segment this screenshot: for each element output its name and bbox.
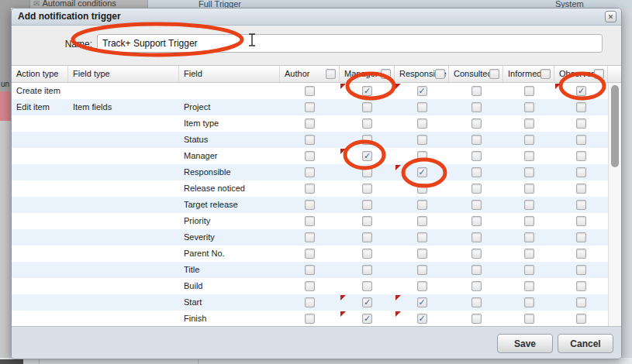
checkbox-project-consulted[interactable] xyxy=(471,102,482,112)
checkbox-responsible-informed[interactable] xyxy=(524,167,534,177)
checkbox-project-informed[interactable] xyxy=(524,102,534,112)
checkbox-finish-informed[interactable] xyxy=(524,314,534,324)
column-header-action-type[interactable]: Action type xyxy=(12,66,68,82)
column-header-consulted[interactable]: Consulted xyxy=(449,66,503,82)
checkbox-priority-manager[interactable] xyxy=(362,216,372,226)
checkbox-parent-no-informed[interactable] xyxy=(524,249,534,259)
checkbox-finish-consulted[interactable] xyxy=(471,314,482,324)
header-checkbox-consulted[interactable] xyxy=(489,69,499,79)
checkbox-title-author[interactable] xyxy=(305,265,315,275)
checkbox-manager-manager[interactable]: ✓ xyxy=(362,151,372,161)
column-header-manager[interactable]: Manager xyxy=(340,66,395,82)
checkbox-title-consulted[interactable] xyxy=(471,265,482,275)
checkbox-responsible-responsible[interactable]: ✓ xyxy=(417,167,427,177)
checkbox-manager-informed[interactable] xyxy=(524,151,534,161)
checkbox-title-manager[interactable] xyxy=(362,265,372,275)
checkbox-status-manager[interactable] xyxy=(362,135,372,145)
checkbox-status-informed[interactable] xyxy=(524,135,534,145)
checkbox-build-responsible[interactable] xyxy=(417,281,427,291)
checkbox-release-noticed-author[interactable] xyxy=(305,184,315,194)
checkbox-responsible-consulted[interactable] xyxy=(471,167,482,177)
checkbox-severity-author[interactable] xyxy=(305,232,315,242)
checkbox-release-noticed-observer[interactable] xyxy=(576,184,586,194)
checkbox-status-author[interactable] xyxy=(305,135,315,145)
checkbox-target-release-observer[interactable] xyxy=(576,200,586,210)
header-checkbox-responsible[interactable] xyxy=(435,69,445,79)
checkbox-title-responsible[interactable] xyxy=(417,265,427,275)
checkbox-create-item-informed[interactable] xyxy=(524,86,534,96)
save-button[interactable]: Save xyxy=(497,334,553,353)
checkbox-status-observer[interactable] xyxy=(576,135,586,145)
checkbox-title-observer[interactable] xyxy=(576,265,586,275)
checkbox-item-type-informed[interactable] xyxy=(524,118,534,129)
checkbox-status-responsible[interactable] xyxy=(417,135,427,145)
checkbox-item-type-manager[interactable] xyxy=(362,118,372,129)
column-header-field-type[interactable]: Field type xyxy=(68,66,179,82)
checkbox-build-informed[interactable] xyxy=(524,281,534,291)
checkbox-parent-no-manager[interactable] xyxy=(362,249,372,259)
checkbox-project-responsible[interactable] xyxy=(417,102,427,112)
checkbox-item-type-observer[interactable] xyxy=(576,118,586,129)
checkbox-parent-no-consulted[interactable] xyxy=(471,249,482,259)
header-checkbox-informed[interactable] xyxy=(540,69,551,79)
checkbox-project-manager[interactable] xyxy=(362,102,372,112)
checkbox-priority-observer[interactable] xyxy=(576,216,586,226)
checkbox-start-observer[interactable] xyxy=(576,297,586,307)
checkbox-finish-author[interactable] xyxy=(305,314,315,324)
checkbox-finish-observer[interactable] xyxy=(576,314,586,324)
checkbox-target-release-responsible[interactable] xyxy=(417,200,427,210)
cancel-button[interactable]: Cancel xyxy=(558,334,613,353)
checkbox-item-type-author[interactable] xyxy=(305,118,315,129)
checkbox-create-item-consulted[interactable] xyxy=(471,86,482,96)
checkbox-target-release-author[interactable] xyxy=(305,200,315,210)
tab-automail-conditions[interactable]: ✉Automail conditions xyxy=(29,0,147,8)
checkbox-create-item-author[interactable] xyxy=(305,86,315,96)
vertical-scrollbar[interactable] xyxy=(608,83,621,326)
checkbox-release-noticed-responsible[interactable] xyxy=(417,184,427,194)
name-input[interactable] xyxy=(97,34,603,53)
checkbox-start-informed[interactable] xyxy=(524,297,534,307)
dialog-titlebar[interactable]: Add notification trigger ✕ xyxy=(12,9,621,26)
checkbox-severity-informed[interactable] xyxy=(524,232,534,242)
checkbox-responsible-author[interactable] xyxy=(305,167,315,177)
checkbox-responsible-observer[interactable] xyxy=(576,167,586,177)
checkbox-target-release-consulted[interactable] xyxy=(471,200,482,210)
checkbox-priority-author[interactable] xyxy=(305,216,315,226)
checkbox-status-consulted[interactable] xyxy=(471,135,482,145)
checkbox-finish-manager[interactable]: ✓ xyxy=(362,314,372,324)
column-header-author[interactable]: Author xyxy=(280,66,340,82)
checkbox-create-item-manager[interactable]: ✓ xyxy=(362,86,372,96)
column-header-observer[interactable]: Observer xyxy=(554,66,608,82)
checkbox-priority-responsible[interactable] xyxy=(417,216,427,226)
checkbox-start-manager[interactable]: ✓ xyxy=(362,297,372,307)
checkbox-build-author[interactable] xyxy=(305,281,315,291)
checkbox-severity-consulted[interactable] xyxy=(471,232,482,242)
checkbox-responsible-manager[interactable] xyxy=(362,167,372,177)
checkbox-finish-responsible[interactable]: ✓ xyxy=(417,314,427,324)
checkbox-item-type-responsible[interactable] xyxy=(417,118,427,129)
checkbox-build-consulted[interactable] xyxy=(471,281,482,291)
column-header-responsible[interactable]: Responsible xyxy=(395,66,449,82)
checkbox-priority-informed[interactable] xyxy=(524,216,534,226)
header-checkbox-observer[interactable] xyxy=(594,69,604,79)
checkbox-release-noticed-consulted[interactable] xyxy=(471,184,482,194)
checkbox-manager-observer[interactable] xyxy=(576,151,586,161)
checkbox-build-manager[interactable] xyxy=(362,281,372,291)
checkbox-create-item-responsible[interactable]: ✓ xyxy=(417,86,427,96)
checkbox-release-noticed-manager[interactable] xyxy=(362,184,372,194)
checkbox-start-responsible[interactable]: ✓ xyxy=(417,297,427,307)
column-header-field[interactable]: Field xyxy=(179,66,280,82)
checkbox-build-observer[interactable] xyxy=(576,281,586,291)
checkbox-manager-author[interactable] xyxy=(305,151,315,161)
close-icon[interactable]: ✕ xyxy=(605,11,616,22)
checkbox-parent-no-author[interactable] xyxy=(305,249,315,259)
checkbox-priority-consulted[interactable] xyxy=(471,216,482,226)
checkbox-title-informed[interactable] xyxy=(524,265,534,275)
checkbox-severity-responsible[interactable] xyxy=(417,232,427,242)
checkbox-target-release-informed[interactable] xyxy=(524,200,534,210)
checkbox-create-item-observer[interactable]: ✓ xyxy=(576,86,586,96)
checkbox-parent-no-responsible[interactable] xyxy=(417,249,427,259)
header-checkbox-author[interactable] xyxy=(326,69,336,79)
scrollbar-thumb[interactable] xyxy=(611,85,619,167)
checkbox-manager-consulted[interactable] xyxy=(471,151,482,161)
